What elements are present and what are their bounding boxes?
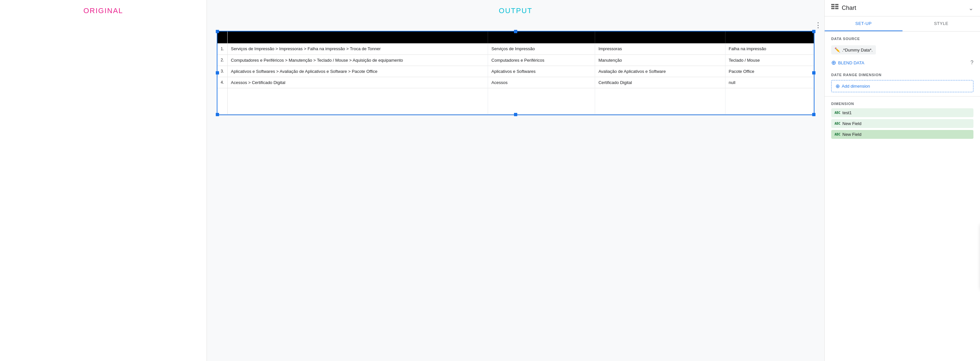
output-header: OUTPUT xyxy=(207,0,824,18)
abc-icon-1: ABC xyxy=(835,111,840,114)
header-source xyxy=(228,32,488,43)
tab-style[interactable]: STYLE xyxy=(902,16,980,31)
svg-rect-2 xyxy=(831,6,835,7)
blend-data-button[interactable]: BLEND DATA xyxy=(838,60,864,65)
svg-rect-5 xyxy=(835,8,838,9)
chart-title-group: Chart xyxy=(831,4,856,12)
field-name-new2: New Field xyxy=(842,132,861,137)
dimension-section: Dimension ABC test1 ABC New Field ABC Ne… xyxy=(825,97,980,143)
table-row: 3. Aplicativos e Softwares > Avaliação d… xyxy=(217,66,814,77)
data-source-value: .*Dummy Data*. xyxy=(842,48,873,52)
svg-rect-1 xyxy=(835,4,838,5)
chart-icon xyxy=(831,4,838,12)
row-1-col1: Serviços de Impressão xyxy=(488,43,595,54)
row-4-col3: null xyxy=(725,77,813,88)
row-empty-num xyxy=(217,88,228,114)
resize-handle-top-mid[interactable] xyxy=(514,30,517,33)
dimension-field-new2-highlighted[interactable]: ABC New Field xyxy=(831,130,974,139)
dimension-field-new1[interactable]: ABC New Field xyxy=(831,119,974,128)
table-row-empty xyxy=(217,88,814,114)
row-3-col2: Avaliação de Aplicativos e Software xyxy=(595,66,725,77)
abc-icon-2: ABC xyxy=(835,122,840,125)
row-num-1: 1. xyxy=(217,43,228,54)
left-panel: ORIGINAL xyxy=(0,0,207,361)
table-row: 1. Serviços de Impressão > Impressoras >… xyxy=(217,43,814,54)
svg-rect-4 xyxy=(831,8,835,9)
chevron-down-icon[interactable]: ⌄ xyxy=(969,5,974,12)
blend-add-icon: ⊕ xyxy=(831,59,836,66)
row-3-source: Aplicativos e Softwares > Avaliação de A… xyxy=(228,66,488,77)
abc-icon-3: ABC xyxy=(835,133,840,136)
row-4-col1: Acessos xyxy=(488,77,595,88)
table-header-row xyxy=(217,32,814,43)
row-empty-col1 xyxy=(488,88,595,114)
row-2-col1: Computadores e Periféricos xyxy=(488,54,595,66)
svg-rect-0 xyxy=(831,4,835,5)
svg-rect-3 xyxy=(835,6,838,7)
right-tabs: SET-UP STYLE xyxy=(825,16,980,32)
resize-handle-top-right[interactable] xyxy=(812,30,816,33)
resize-handle-mid-right[interactable] xyxy=(812,71,816,74)
data-source-chip[interactable]: ✏️ .*Dummy Data*. xyxy=(831,45,876,54)
row-empty-col3 xyxy=(725,88,813,114)
data-source-row: ✏️ .*Dummy Data*. xyxy=(825,43,980,57)
row-3-col1: Aplicativos e Softwares xyxy=(488,66,595,77)
resize-handle-bot-mid[interactable] xyxy=(514,113,517,116)
data-table-wrapper: 1. Serviços de Impressão > Impressoras >… xyxy=(217,31,815,115)
row-3-col3: Pacote Office xyxy=(725,66,813,77)
row-1-source: Serviços de Impressão > Impressoras > Fa… xyxy=(228,43,488,54)
add-dimension-label: Add dimension xyxy=(842,84,870,89)
header-col3 xyxy=(725,32,813,43)
row-4-source: Acessos > Certificado Digital xyxy=(228,77,488,88)
row-empty-source xyxy=(228,88,488,114)
row-4-col2: Certificado Digital xyxy=(595,77,725,88)
dimension-label: Dimension xyxy=(831,99,974,108)
add-dimension-plus: ⊕ xyxy=(835,83,840,89)
row-2-col3: Teclado / Mouse xyxy=(725,54,813,66)
right-panel: Chart ⌄ SET-UP STYLE Data source ✏️ .*Du… xyxy=(824,0,980,361)
field-name-test1: test1 xyxy=(842,110,851,115)
main-area: OUTPUT ⋮ xyxy=(207,0,824,361)
dots-menu-bar: ⋮ xyxy=(207,18,824,31)
row-2-source: Computadores e Periféricos > Manutenção … xyxy=(228,54,488,66)
row-num-4: 4. xyxy=(217,77,228,88)
resize-handle-mid-left[interactable] xyxy=(216,71,219,74)
row-1-col2: Impressoras xyxy=(595,43,725,54)
dimension-field-test1[interactable]: ABC test1 xyxy=(831,108,974,117)
date-range-section: Date Range Dimension ⊕ Add dimension xyxy=(825,69,980,97)
resize-handle-top-left[interactable] xyxy=(216,30,219,33)
data-source-label: Data source xyxy=(825,32,980,43)
three-dots-button[interactable]: ⋮ xyxy=(815,21,822,30)
table-row: 2. Computadores e Periféricos > Manutenç… xyxy=(217,54,814,66)
original-title: ORIGINAL xyxy=(83,6,123,15)
header-num xyxy=(217,32,228,43)
row-empty-col2 xyxy=(595,88,725,114)
right-panel-content: Data source ✏️ .*Dummy Data*. ⊕ BLEND DA… xyxy=(825,32,980,361)
resize-handle-bot-left[interactable] xyxy=(216,113,219,116)
right-panel-header: Chart ⌄ xyxy=(825,0,980,16)
date-range-label: Date Range Dimension xyxy=(831,71,974,78)
chart-title: Chart xyxy=(842,5,856,11)
data-table: 1. Serviços de Impressão > Impressoras >… xyxy=(217,32,814,114)
tab-setup[interactable]: SET-UP xyxy=(825,16,902,31)
header-col2 xyxy=(595,32,725,43)
field-name-new1: New Field xyxy=(842,121,861,126)
row-num-2: 2. xyxy=(217,54,228,66)
pencil-icon: ✏️ xyxy=(835,47,840,52)
row-1-col3: Falha na impressão xyxy=(725,43,813,54)
help-icon[interactable]: ? xyxy=(970,60,974,66)
row-2-col2: Manutenção xyxy=(595,54,725,66)
output-title: OUTPUT xyxy=(499,6,532,15)
add-dimension-button[interactable]: ⊕ Add dimension xyxy=(831,80,974,92)
resize-handle-bot-right[interactable] xyxy=(812,113,816,116)
blend-data-row: ⊕ BLEND DATA ? xyxy=(825,57,980,69)
header-col1 xyxy=(488,32,595,43)
table-row: 4. Acessos > Certificado Digital Acessos… xyxy=(217,77,814,88)
